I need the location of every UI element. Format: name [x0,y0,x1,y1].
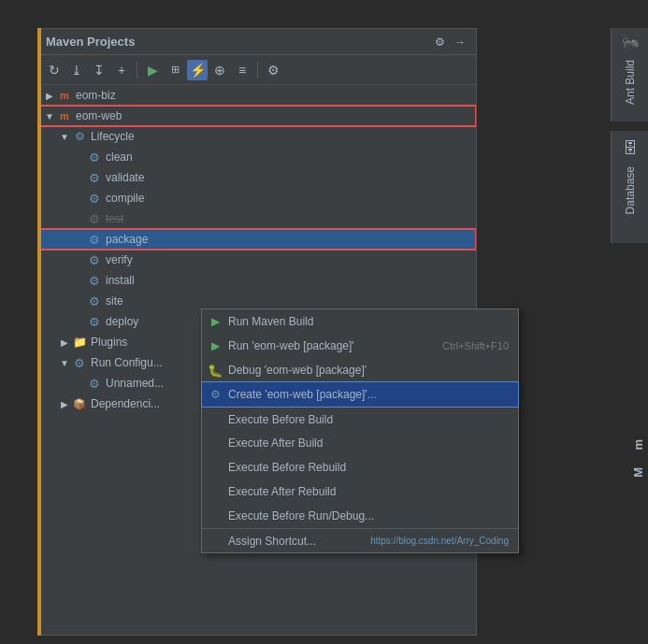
gear-icon-clean: ⚙ [87,150,102,165]
pin-icon[interactable]: → [452,34,468,50]
gear-icon-verify: ⚙ [87,252,102,267]
tree-item-verify[interactable]: ▶ ⚙ verify [38,250,476,270]
icon-execute-before-build [208,412,223,427]
lifecycle-icon: ⚙ [72,129,87,144]
label-plugins: Plugins [91,336,127,349]
separator-2 [257,62,258,79]
label-execute-after-rebuild: Execute After Rebuild [228,485,509,498]
separator-1 [137,62,137,79]
tree-item-validate[interactable]: ▶ ⚙ validate [38,167,476,188]
gear-icon-unnamed: ⚙ [87,376,102,391]
database-icon: 🗄 [623,140,638,157]
arrow-lifecycle: ▼ [57,129,72,144]
icon-execute-after-build [208,436,223,451]
yellow-border [37,28,41,636]
tree-item-lifecycle[interactable]: ▼ ⚙ Lifecycle [38,126,476,147]
database-label: Database [624,162,637,219]
url-bar-inline: https://blog.csdn.net/Arry_Coding [370,536,509,546]
tree-item-clean[interactable]: ▶ ⚙ clean [38,147,476,167]
tree-item-eom-biz[interactable]: ▶ m eom-biz [38,85,476,106]
gear-icon-package: ⚙ [87,232,102,247]
download-button[interactable]: ⤓ [66,60,87,80]
gear-icon-site: ⚙ [87,293,102,308]
arrow-plugins: ▶ [57,335,72,350]
label-unnamed: Unnamed... [106,377,164,390]
bug-icon-debug: 🐛 [208,363,223,378]
menu-assign-shortcut[interactable]: Assign Shortcut... https://blog.csdn.net… [202,528,518,552]
gear-icon-deploy: ⚙ [87,314,102,329]
menu-debug-package[interactable]: 🐛 Debug 'eom-web [package]' [202,358,518,382]
refresh-button[interactable]: ↻ [44,60,65,80]
label-eom-web: eom-web [76,109,122,122]
icon-execute-before-run [208,508,223,523]
label-run-config: Run Configu... [91,356,163,369]
expand-button[interactable]: ⊕ [209,60,230,80]
menu-run-maven-build[interactable]: ▶ Run Maven Build [202,309,518,334]
gear-icon-test: ⚙ [87,211,102,226]
icon-execute-before-rebuild [208,460,223,475]
label-run-maven-build: Run Maven Build [228,315,503,328]
label-test: test [106,212,123,225]
shortcut-run-package: Ctrl+Shift+F10 [442,340,509,351]
toggle-button[interactable]: ⚡ [187,60,208,80]
run-button[interactable]: ▶ [142,60,163,80]
config-button[interactable]: ⚙ [263,60,283,80]
gear-icon-create: ⚙ [208,387,223,402]
arrow-eom-web: ▼ [42,108,57,123]
gear-icon-validate: ⚙ [87,170,102,185]
arrow-run-config: ▼ [57,355,72,370]
label-validate: validate [106,171,144,184]
menu-create-package[interactable]: ⚙ Create 'eom-web [package]'... [202,382,518,407]
panel-icons: ⚙ → [431,34,468,50]
gear-icon-install: ⚙ [87,273,102,288]
label-execute-before-build: Execute Before Build [228,413,509,426]
arrow-eom-biz: ▶ [42,88,57,103]
folder-icon-plugins: 📁 [72,335,87,350]
arrow-dependencies: ▶ [57,396,72,411]
maven-icon-eom-web: m [57,108,72,123]
label-deploy: deploy [106,315,138,328]
play-icon-run-package: ▶ [208,338,223,353]
label-package: package [106,233,148,246]
icon-execute-after-rebuild [208,484,223,499]
label-debug-package: Debug 'eom-web [package]' [228,364,503,377]
label-execute-before-run: Execute Before Run/Debug... [228,509,509,522]
tree-item-package[interactable]: ▶ ⚙ package [38,229,476,250]
label-dependencies: Dependenci... [91,397,160,410]
gear-icon-compile: ⚙ [87,191,102,206]
tree-item-eom-web[interactable]: ▼ m eom-web [38,106,476,126]
menu-execute-after-rebuild[interactable]: Execute After Rebuild [202,479,518,504]
context-menu: ▶ Run Maven Build ▶ Run 'eom-web [packag… [201,308,519,553]
label-lifecycle: Lifecycle [91,130,135,143]
label-create-package: Create 'eom-web [package]'... [228,388,503,401]
database-panel: 🗄 Database [611,131,648,243]
settings-icon[interactable]: ⚙ [431,34,448,50]
menu-run-package[interactable]: ▶ Run 'eom-web [package]' Ctrl+Shift+F10 [202,334,518,358]
add-button[interactable]: + [111,60,132,80]
maven-icon-eom-biz: m [57,88,72,103]
ant-build-label: Ant Build [624,55,637,109]
gear-icon-run-config: ⚙ [72,355,87,370]
menu-execute-before-rebuild[interactable]: Execute Before Rebuild [202,455,518,479]
tree-item-install[interactable]: ▶ ⚙ install [38,270,476,291]
label-install: install [106,274,135,287]
menu-execute-before-build[interactable]: Execute Before Build [202,407,518,431]
download2-button[interactable]: ↧ [89,60,109,80]
m-label-left: m [631,439,645,451]
label-execute-before-rebuild: Execute Before Rebuild [228,461,509,474]
toolbar: ↻ ⤓ ↧ + ▶ ⊞ ⚡ ⊕ ≡ ⚙ [38,55,476,85]
label-assign-shortcut: Assign Shortcut... [228,535,365,548]
settings2-button[interactable]: ≡ [232,60,252,80]
menu-execute-before-run[interactable]: Execute Before Run/Debug... [202,504,518,528]
label-execute-after-build: Execute After Build [228,436,509,450]
ant-icon: 🐜 [621,33,640,50]
label-site: site [106,294,123,308]
tree-item-test[interactable]: ▶ ⚙ test [38,208,476,229]
label-run-package: Run 'eom-web [package]' [228,339,437,352]
menu-execute-after-build[interactable]: Execute After Build [202,431,518,455]
ant-build-panel: 🐜 Ant Build [611,28,648,122]
icon-assign-shortcut [208,534,223,549]
run2-button[interactable]: ⊞ [165,60,185,80]
tree-item-compile[interactable]: ▶ ⚙ compile [38,188,476,208]
panel-title: Maven Projects [46,35,135,49]
